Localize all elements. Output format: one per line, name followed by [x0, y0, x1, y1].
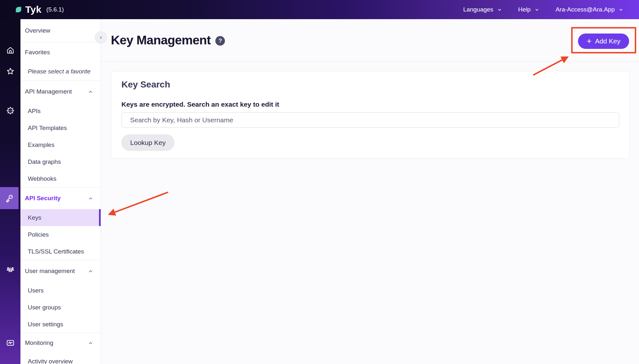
- rail-favorites-button[interactable]: [0, 61, 20, 81]
- section-title: API Security: [25, 195, 61, 202]
- account-menu[interactable]: Ara-Access@Ara.App: [556, 6, 624, 13]
- sidebar-item-apis[interactable]: APIs: [20, 102, 101, 119]
- chevron-down-icon: [618, 7, 624, 12]
- plus-icon: +: [587, 37, 591, 45]
- chevron-left-icon: [98, 35, 104, 41]
- sidebar-item-activity-overview[interactable]: Activity overview: [20, 353, 101, 364]
- chevron-down-icon: [534, 7, 540, 12]
- sidebar-collapse-button[interactable]: [95, 32, 107, 43]
- chevron-down-icon: [497, 7, 502, 12]
- sidebar-item-api-templates[interactable]: API Templates: [20, 119, 101, 136]
- icon-rail: </>: [0, 19, 20, 364]
- sidebar-item-label: Overview: [25, 27, 50, 34]
- rail-monitoring-button[interactable]: [0, 332, 20, 353]
- star-icon: [6, 67, 15, 76]
- monitor-pulse-icon: [6, 338, 15, 347]
- gear-code-icon: </>: [6, 106, 15, 115]
- section-title: User management: [25, 268, 75, 275]
- sidebar-item-user-settings[interactable]: User settings: [20, 316, 101, 333]
- sidebar-section-monitoring[interactable]: Monitoring: [20, 333, 101, 353]
- rail-user-management-button[interactable]: [0, 259, 20, 279]
- sidebar-item-overview[interactable]: Overview: [20, 19, 101, 42]
- sidebar-favorites-title[interactable]: Favorites: [20, 42, 101, 63]
- chevron-up-icon: [88, 340, 94, 346]
- page-title: Key Management: [111, 33, 211, 47]
- favorites-empty-note: Please select a favorite: [20, 63, 101, 80]
- tyk-logo-text: Tyk: [25, 5, 42, 14]
- sidebar: Overview Favorites Please select a favor…: [20, 19, 101, 364]
- sidebar-item-data-graphs[interactable]: Data graphs: [20, 153, 101, 170]
- main-content: Key Management ? + Add Key Key Search Ke…: [101, 19, 639, 364]
- chevron-up-icon: [88, 195, 94, 201]
- sidebar-item-keys[interactable]: Keys: [20, 209, 101, 226]
- help-menu[interactable]: Help: [518, 6, 540, 13]
- key-search-title: Key Search: [121, 80, 619, 90]
- languages-menu[interactable]: Languages: [463, 6, 502, 13]
- topbar: Tyk (5.6.1) Languages Help Ara-Access@Ar…: [0, 0, 639, 19]
- sidebar-item-policies[interactable]: Policies: [20, 226, 101, 243]
- sidebar-item-webhooks[interactable]: Webhooks: [20, 170, 101, 187]
- sidebar-section-user-management[interactable]: User management: [20, 260, 101, 282]
- version-label: (5.6.1): [46, 6, 64, 13]
- home-icon: [6, 46, 15, 55]
- users-icon: [6, 265, 15, 274]
- sidebar-item-user-groups[interactable]: User groups: [20, 299, 101, 316]
- account-label: Ara-Access@Ara.App: [556, 6, 615, 13]
- chevron-up-icon: [88, 268, 94, 274]
- page-header: Key Management ? + Add Key: [101, 19, 639, 62]
- sidebar-section-api-security[interactable]: API Security: [20, 187, 101, 209]
- languages-label: Languages: [463, 6, 493, 13]
- key-icon: [4, 193, 14, 203]
- add-key-button[interactable]: + Add Key: [578, 34, 629, 49]
- section-title: API Management: [25, 88, 72, 95]
- sidebar-item-tls-ssl-certificates[interactable]: TLS/SSL Certificates: [20, 243, 101, 260]
- sidebar-item-examples[interactable]: Examples: [20, 136, 101, 153]
- chevron-up-icon: [88, 89, 94, 95]
- tyk-logo-icon: [15, 6, 22, 13]
- help-icon[interactable]: ?: [215, 36, 225, 46]
- sidebar-section-api-management[interactable]: API Management: [20, 81, 101, 102]
- lookup-key-button[interactable]: Lookup Key: [121, 134, 174, 151]
- svg-text:</>: </>: [8, 109, 12, 112]
- rail-api-management-button[interactable]: </>: [0, 100, 20, 121]
- section-title: Monitoring: [25, 339, 53, 346]
- rail-api-security-button[interactable]: [0, 187, 19, 209]
- rail-home-button[interactable]: [0, 40, 20, 60]
- topbar-nav: Languages Help Ara-Access@Ara.App: [463, 6, 639, 13]
- help-label: Help: [518, 6, 531, 13]
- key-search-hint: Keys are encrypted. Search an exact key …: [121, 101, 619, 108]
- sidebar-item-label: Favorites: [25, 49, 50, 56]
- sidebar-item-users[interactable]: Users: [20, 282, 101, 299]
- key-search-card: Key Search Keys are encrypted. Search an…: [111, 71, 630, 159]
- key-search-input[interactable]: [121, 112, 619, 128]
- tyk-logo[interactable]: Tyk (5.6.1): [0, 5, 64, 14]
- add-key-label: Add Key: [595, 37, 620, 45]
